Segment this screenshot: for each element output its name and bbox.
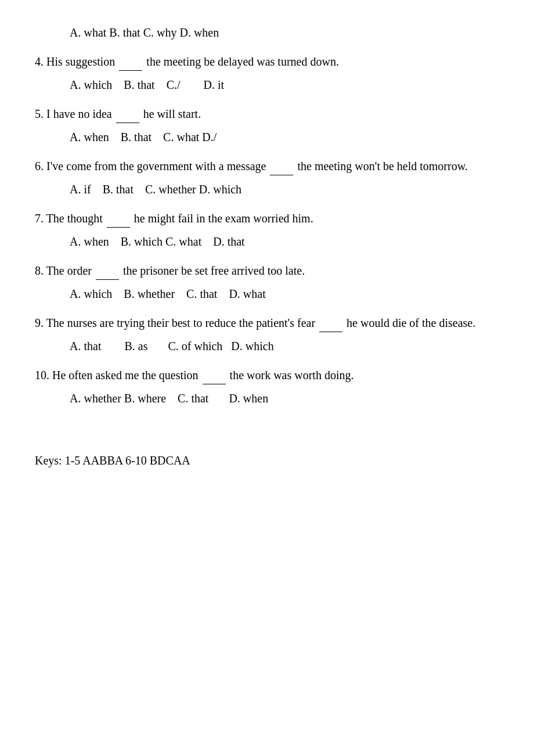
question-5-text: 5. I have no idea he will start.: [35, 105, 499, 123]
blank-8: [96, 279, 119, 280]
blank-7: [107, 227, 130, 228]
question-6-block: 6. I've come from the government with a …: [35, 157, 499, 199]
blank-6: [270, 175, 293, 175]
question-9-block: 9. The nurses are trying their best to r…: [35, 314, 499, 355]
blank-9: [319, 332, 342, 332]
intro-options: A. what B. that C. why D. when: [70, 23, 499, 42]
question-10-block: 10. He often asked me the question the w…: [35, 366, 499, 408]
question-5-block: 5. I have no idea he will start. A. when…: [35, 105, 499, 146]
question-4-block: 4. His suggestion the meeting be delayed…: [35, 52, 499, 94]
blank-5: [116, 123, 139, 123]
keys-text: Keys: 1-5 AABBA 6-10 BDCAA: [35, 454, 190, 467]
question-7-options: A. when B. which C. what D. that: [70, 232, 499, 251]
question-10-text: 10. He often asked me the question the w…: [35, 366, 499, 384]
question-7-block: 7. The thought he might fail in the exam…: [35, 209, 499, 251]
question-9-text: 9. The nurses are trying their best to r…: [35, 314, 499, 332]
question-4-text: 4. His suggestion the meeting be delayed…: [35, 52, 499, 71]
question-4-options: A. which B. that C./ D. it: [70, 75, 499, 94]
question-7-text: 7. The thought he might fail in the exam…: [35, 209, 499, 228]
question-5-options: A. when B. that C. what D./: [70, 128, 499, 146]
question-8-text: 8. The order the prisoner be set free ar…: [35, 261, 499, 280]
question-6-options: A. if B. that C. whether D. which: [70, 180, 499, 199]
question-8-options: A. which B. whether C. that D. what: [70, 285, 499, 303]
blank-10: [203, 384, 226, 384]
intro-options-block: A. what B. that C. why D. when: [35, 23, 499, 42]
question-10-options: A. whether B. where C. that D. when: [70, 389, 499, 408]
question-9-options: A. that B. as C. of which D. which: [70, 337, 499, 355]
blank-4: [119, 70, 142, 71]
question-6-text: 6. I've come from the government with a …: [35, 157, 499, 175]
question-8-block: 8. The order the prisoner be set free ar…: [35, 261, 499, 303]
keys-section: Keys: 1-5 AABBA 6-10 BDCAA: [35, 454, 499, 467]
